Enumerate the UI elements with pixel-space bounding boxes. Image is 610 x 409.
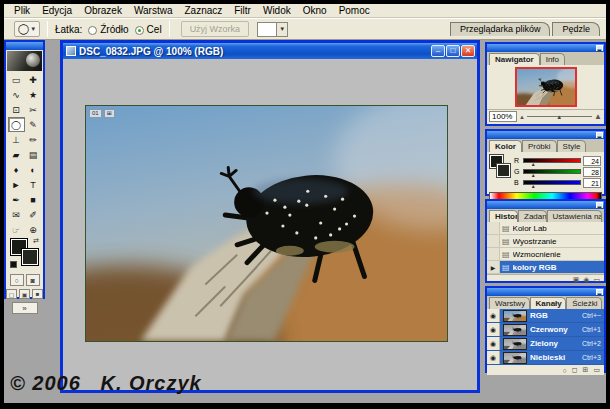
hand-tool[interactable]: ☞ — [8, 222, 25, 237]
history-source-checkbox[interactable] — [487, 222, 500, 234]
tab-layers[interactable]: Warstwy — [489, 297, 530, 309]
history-state-wyostrzanie[interactable]: ▤Wyostrzanie — [487, 235, 604, 248]
document-canvas-area[interactable]: 01 ⊞ — [63, 59, 477, 390]
tab-actions[interactable]: Zadania — [518, 210, 547, 222]
zoom-percent-input[interactable]: 100% — [489, 111, 517, 122]
toolbox-title-bar[interactable] — [6, 42, 43, 50]
menu-widok[interactable]: Widok — [257, 5, 297, 16]
zoom-slider[interactable]: ▲ — [527, 112, 592, 122]
tab-history[interactable]: Historia — [489, 210, 518, 222]
menu-obrazek[interactable]: Obrazek — [78, 5, 128, 16]
trash-icon[interactable]: ▭ — [593, 366, 600, 374]
new-channel-icon[interactable]: ⊞ — [583, 366, 589, 374]
current-tool-button[interactable]: ◯ ▼ — [14, 21, 40, 37]
background-color-swatch[interactable] — [497, 164, 510, 177]
clone-stamp-tool[interactable]: ⊥ — [8, 132, 25, 147]
path-selection-tool[interactable]: ► — [8, 177, 25, 192]
magic-wand-tool[interactable]: ★ — [25, 87, 42, 102]
minimize-button[interactable]: – — [431, 45, 445, 57]
default-colors-icon[interactable] — [10, 261, 17, 268]
zoom-slider-thumb[interactable]: ▲ — [556, 114, 562, 120]
full-screen-with-menu-button[interactable]: ▣ — [19, 289, 30, 299]
channel-row-niebieski[interactable]: ◉ NiebieskiCtrl+3 — [487, 351, 604, 365]
history-source-checkbox[interactable] — [487, 235, 500, 247]
quick-mask-mode-button[interactable]: ◙ — [26, 274, 40, 286]
zoom-in-icon[interactable]: ▲ — [594, 112, 602, 121]
tab-navigator[interactable]: Nawigator — [489, 53, 540, 65]
patch-tool[interactable]: ◯ — [8, 117, 25, 132]
menu-pomoc[interactable]: Pomoc — [333, 5, 376, 16]
chevron-down-icon[interactable]: ▼ — [277, 22, 288, 37]
radio-target[interactable] — [135, 26, 144, 35]
history-panel-title-bar[interactable]: ▂ — [487, 201, 604, 209]
maximize-button[interactable]: □ — [446, 45, 460, 57]
g-value-input[interactable]: 28 — [583, 167, 601, 177]
lasso-tool[interactable]: ∿ — [8, 87, 25, 102]
navigator-thumbnail[interactable] — [515, 67, 577, 107]
navigator-panel-title-bar[interactable]: ▂ — [487, 44, 604, 52]
b-value-input[interactable]: 21 — [583, 178, 601, 188]
blur-tool[interactable]: ♦ — [8, 162, 25, 177]
zoom-out-icon[interactable]: ▲ — [519, 114, 525, 120]
slider-marker-icon[interactable]: ▲ — [531, 172, 536, 178]
new-snapshot-icon[interactable]: ◉ — [583, 276, 589, 284]
minimize-icon[interactable]: ▂ — [596, 45, 603, 51]
full-screen-mode-button[interactable]: ■ — [32, 289, 43, 299]
eyedropper-tool[interactable]: ✐ — [25, 207, 42, 222]
channel-row-czerwony[interactable]: ◉ CzerwonyCtrl+1 — [487, 323, 604, 337]
crop-tool[interactable]: ⊡ — [8, 102, 25, 117]
visibility-eye-icon[interactable]: ◉ — [487, 309, 500, 322]
r-color-ramp[interactable]: ▲ — [523, 158, 581, 163]
g-color-ramp[interactable]: ▲ — [523, 169, 581, 174]
dodge-tool[interactable]: ◐ — [25, 162, 42, 177]
trash-icon[interactable]: ▭ — [593, 276, 600, 284]
tab-paths[interactable]: Ścieżki — [566, 297, 602, 309]
visibility-eye-icon[interactable]: ◉ — [487, 337, 500, 350]
close-button[interactable]: ✕ — [461, 45, 475, 57]
beetle-photo[interactable]: 01 ⊞ — [85, 105, 448, 342]
color-panel-title-bar[interactable]: ▂ — [487, 131, 604, 139]
visibility-eye-icon[interactable]: ◉ — [487, 351, 500, 364]
b-color-ramp[interactable]: ▲ — [523, 180, 581, 185]
menu-plik[interactable]: Plik — [8, 5, 36, 16]
visibility-eye-icon[interactable]: ◉ — [487, 323, 500, 336]
standard-screen-mode-button[interactable]: ▢ — [6, 289, 17, 299]
rectangular-marquee-tool[interactable]: ▭ — [8, 72, 25, 87]
tab-swatches[interactable]: Próbki — [522, 140, 557, 152]
radio-source-label[interactable]: Źródło — [100, 24, 128, 35]
radio-source[interactable] — [88, 26, 97, 35]
pattern-swatch[interactable] — [257, 22, 277, 37]
pattern-picker[interactable]: ▼ — [257, 22, 288, 37]
brush-tool[interactable]: ✎ — [25, 117, 42, 132]
tab-channels[interactable]: Kanały — [530, 297, 567, 309]
pen-tool[interactable]: ✒ — [8, 192, 25, 207]
slice-tool[interactable]: ✂ — [25, 102, 42, 117]
menu-warstwa[interactable]: Warstwa — [128, 5, 179, 16]
history-brush-tool[interactable]: ✏ — [25, 132, 42, 147]
menu-filtr[interactable]: Filtr — [228, 5, 257, 16]
menu-edycja[interactable]: Edycja — [36, 5, 78, 16]
use-pattern-button[interactable]: Użyj Wzorka — [181, 21, 250, 37]
history-source-checkbox[interactable] — [487, 248, 500, 260]
menu-zaznacz[interactable]: Zaznacz — [178, 5, 228, 16]
type-tool[interactable]: T — [25, 177, 42, 192]
radio-target-label[interactable]: Cel — [147, 24, 162, 35]
r-value-input[interactable]: 24 — [583, 156, 601, 166]
channels-panel-title-bar[interactable]: ▂ — [487, 288, 604, 296]
slider-marker-icon[interactable]: ▲ — [531, 161, 536, 167]
minimize-icon[interactable]: ▂ — [596, 202, 603, 208]
background-color-swatch[interactable] — [22, 249, 38, 265]
tab-brushes[interactable]: Pędzle — [552, 22, 600, 36]
load-channel-as-selection-icon[interactable]: ○ — [562, 367, 566, 374]
channel-row-rgb[interactable]: ◉ RGBCtrl+~ — [487, 309, 604, 323]
channel-row-zielony[interactable]: ◉ ZielonyCtrl+2 — [487, 337, 604, 351]
history-state-kolor-lab[interactable]: ▤Kolor Lab — [487, 222, 604, 235]
history-state-kolory-rgb[interactable]: ▶▤kolory RGB — [487, 261, 604, 274]
tab-color[interactable]: Kolor — [489, 140, 522, 152]
eraser-tool[interactable]: ▰ — [8, 147, 25, 162]
swap-colors-icon[interactable]: ⇄ — [33, 237, 39, 245]
minimize-icon[interactable]: ▂ — [596, 289, 603, 295]
minimize-icon[interactable]: ▂ — [596, 132, 603, 138]
new-document-from-state-icon[interactable]: ▣ — [573, 276, 580, 284]
tab-styles[interactable]: Style — [557, 140, 587, 152]
